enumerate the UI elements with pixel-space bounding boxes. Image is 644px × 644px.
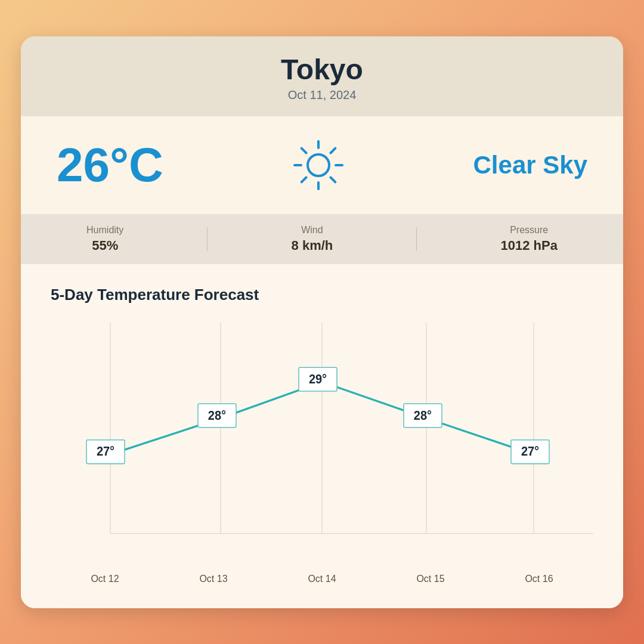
pressure-label: Pressure <box>501 225 558 236</box>
svg-text:28°: 28° <box>208 407 226 422</box>
wind-stat: Wind 8 km/h <box>292 225 333 253</box>
svg-text:29°: 29° <box>309 371 327 385</box>
date-label-4: Oct 16 <box>485 574 593 584</box>
wind-label: Wind <box>292 225 333 236</box>
svg-line-6 <box>330 177 335 182</box>
humidity-stat: Humidity 55% <box>86 225 123 253</box>
stats-bar: Humidity 55% Wind 8 km/h Pressure 1012 h… <box>21 214 623 264</box>
stat-divider-2 <box>416 227 417 251</box>
city-name: Tokyo <box>33 53 611 86</box>
date-label-2: Oct 14 <box>268 574 376 584</box>
wind-value: 8 km/h <box>292 238 333 253</box>
svg-point-0 <box>308 154 329 176</box>
weather-card: Tokyo Oct 11, 2024 26°C Clear Sky <box>21 36 623 608</box>
temperature-display: 26°C <box>57 138 163 193</box>
sun-icon <box>292 138 345 192</box>
date-label-0: Oct 12 <box>51 574 159 584</box>
current-weather-section: 26°C Clear Sky <box>21 116 623 214</box>
svg-line-7 <box>330 148 335 153</box>
forecast-section: 5-Day Temperature Forecast <box>21 264 623 608</box>
date-label-1: Oct 13 <box>159 574 268 584</box>
stat-divider-1 <box>207 227 208 251</box>
forecast-chart-svg: 27° 28° 29° 28° 27° <box>51 316 593 566</box>
svg-text:28°: 28° <box>414 407 432 422</box>
svg-text:27°: 27° <box>97 444 114 458</box>
weather-icon <box>292 138 345 192</box>
pressure-value: 1012 hPa <box>501 238 558 253</box>
city-date: Oct 11, 2024 <box>33 88 611 102</box>
svg-line-8 <box>301 177 306 182</box>
chart-container: 27° 28° 29° 28° 27° <box>51 316 593 566</box>
svg-text:27°: 27° <box>521 444 539 458</box>
weather-condition: Clear Sky <box>473 151 587 179</box>
humidity-label: Humidity <box>86 225 123 236</box>
pressure-stat: Pressure 1012 hPa <box>501 225 558 253</box>
forecast-title: 5-Day Temperature Forecast <box>51 286 593 304</box>
svg-line-5 <box>301 148 306 153</box>
card-header: Tokyo Oct 11, 2024 <box>21 36 623 116</box>
date-label-3: Oct 15 <box>376 574 485 584</box>
humidity-value: 55% <box>86 238 123 253</box>
date-labels: Oct 12 Oct 13 Oct 14 Oct 15 Oct 16 <box>51 566 593 584</box>
